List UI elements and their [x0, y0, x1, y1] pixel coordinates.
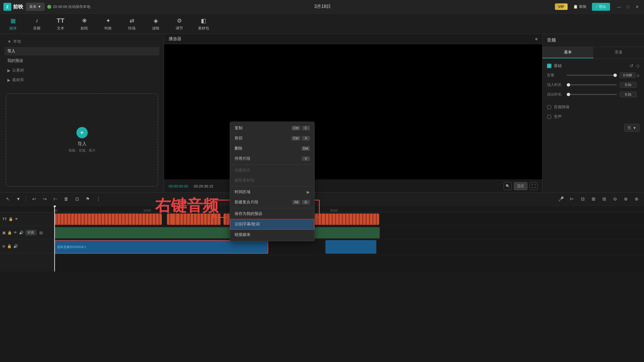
- close-button[interactable]: ✕: [634, 3, 641, 10]
- toolbar-item-text[interactable]: TT 文本: [52, 15, 69, 33]
- cm-save-preset-label: 保存为我的预设: [235, 211, 262, 216]
- reset-icon[interactable]: ↺: [630, 63, 633, 68]
- zoom-in-button[interactable]: ⊕: [621, 195, 630, 203]
- audio-speaker-icon[interactable]: 🔊: [13, 244, 18, 248]
- maximize-button[interactable]: □: [625, 3, 632, 10]
- fullscreen-button[interactable]: ⛶: [530, 182, 538, 190]
- vip-button[interactable]: VIP: [555, 3, 568, 10]
- noise-label: 音频降噪: [554, 105, 570, 110]
- nav-my-preset[interactable]: 我的预设: [5, 57, 159, 65]
- fadeout-slider[interactable]: [567, 94, 617, 95]
- subtitle-eye-icon[interactable]: 👁: [15, 217, 18, 221]
- cm-time-region[interactable]: 时间区域 ▶: [230, 187, 314, 197]
- nav-cloud-label: 云素材: [12, 68, 24, 73]
- audio-clip-main[interactable]: 提取音频20230318-1: [54, 240, 268, 254]
- zoom-fit-button[interactable]: 🔍: [504, 182, 512, 190]
- cm-cut[interactable]: 剪切 Ctrl X: [230, 133, 314, 143]
- cm-unlink-label: 解除素材包: [235, 178, 254, 183]
- split-button[interactable]: ⊢: [51, 195, 60, 203]
- tool3-button[interactable]: ⊠: [589, 195, 598, 203]
- cover-audio-icon[interactable]: 🔊: [19, 230, 23, 235]
- more-button[interactable]: ⋮: [94, 195, 103, 203]
- subtitle-clip-5[interactable]: [323, 214, 379, 225]
- audio-track: 提取音频20230318-1: [54, 240, 644, 255]
- tab-speed[interactable]: 变速: [593, 47, 644, 58]
- time-current: 00:00:00:00: [169, 184, 188, 188]
- redo-button[interactable]: ↪: [40, 195, 49, 203]
- fullscreen-icon: ⛶: [532, 184, 536, 188]
- basic-checkbox[interactable]: ✓: [547, 64, 551, 68]
- subtitle-clip-1[interactable]: [54, 214, 162, 225]
- review-button[interactable]: 📋 审阅: [570, 3, 589, 10]
- cm-compound-alt: Alt: [292, 200, 300, 204]
- cm-freeze[interactable]: 停用片段 V: [230, 154, 314, 164]
- undo-button[interactable]: ↩: [30, 195, 38, 203]
- player-menu-icon[interactable]: ≡: [535, 36, 538, 41]
- cover-eye-icon[interactable]: 👁: [14, 230, 17, 235]
- toolbar-item-transition[interactable]: ⇄ 转场: [123, 15, 140, 33]
- clip-button[interactable]: ⊡: [73, 195, 81, 203]
- basic-section-title: ✓ 基础: [547, 63, 562, 68]
- cm-delete[interactable]: 删除 Del: [230, 143, 314, 154]
- mic-button[interactable]: 🎤: [557, 195, 565, 203]
- cm-compound-label: 新建复合片段: [235, 200, 258, 205]
- toolbar-item-filter[interactable]: ◈ 滤镜: [147, 15, 164, 33]
- player-video[interactable]: [164, 44, 542, 180]
- cm-time-arrow: ▶: [307, 190, 310, 194]
- subtitle-clip-3[interactable]: [173, 214, 178, 225]
- toolbar-item-media[interactable]: ▦ 媒体: [5, 15, 22, 33]
- cm-divider-1: [230, 164, 314, 165]
- flag-button[interactable]: ⚑: [83, 195, 92, 203]
- delete-button[interactable]: 🗑: [62, 195, 70, 203]
- voice-change-toggle[interactable]: [547, 115, 551, 119]
- nav-local[interactable]: ▼ 本地: [5, 37, 159, 46]
- toolbar-item-sticker[interactable]: ❋ 贴纸: [76, 15, 93, 33]
- subtitle-lock-icon[interactable]: 🔒: [8, 217, 13, 221]
- cm-cut-ctrl: Ctrl: [291, 136, 300, 141]
- playhead[interactable]: [54, 206, 55, 272]
- volume-label: 音量: [547, 73, 564, 78]
- toolbar-item-pack[interactable]: ◧ 素材包: [195, 15, 212, 33]
- tool2-button[interactable]: ⊟: [578, 195, 587, 203]
- volume-slider[interactable]: [567, 75, 617, 76]
- library-arrow-icon: ▶: [7, 78, 10, 82]
- audio-lock-icon[interactable]: 🔒: [7, 244, 12, 248]
- nav-cloud[interactable]: ▶ 云素材: [5, 66, 159, 75]
- toolbar-item-audio[interactable]: ♪ 音频: [28, 15, 45, 33]
- cm-save-preset[interactable]: 保存为我的预设: [230, 209, 314, 219]
- select-arrow-button[interactable]: ▼: [14, 195, 23, 203]
- cm-new-compound[interactable]: 新建复合片段 Alt G: [230, 197, 314, 207]
- nav-library[interactable]: ▶ 素材库: [5, 76, 159, 84]
- toolbar-item-adjust[interactable]: ⚙ 调节: [171, 15, 188, 33]
- diamond-icon[interactable]: ◇: [636, 63, 639, 68]
- voice-select[interactable]: 无 ▼: [624, 124, 639, 132]
- player-title: 播放器: [169, 36, 181, 42]
- tab-basic[interactable]: 基本: [542, 47, 593, 58]
- tool4-button[interactable]: ⊞: [600, 195, 608, 203]
- noise-toggle[interactable]: [547, 105, 551, 109]
- toolbar-item-effect[interactable]: ✦ 特效: [100, 15, 117, 33]
- tool1-button[interactable]: ⊨: [568, 195, 576, 203]
- export-button[interactable]: ↑ 导出: [592, 3, 610, 11]
- right-panel-header: 音频: [542, 34, 644, 47]
- cm-link-media[interactable]: 链接媒体: [230, 230, 314, 240]
- cover-clip[interactable]: [54, 227, 380, 238]
- fadein-slider[interactable]: [567, 84, 617, 85]
- volume-spinbox[interactable]: 0.0dB: [620, 72, 636, 78]
- audio-clip-2[interactable]: [325, 240, 376, 254]
- select-tool-button[interactable]: ↖: [3, 195, 12, 203]
- menu-button[interactable]: 菜单 ▼: [26, 3, 44, 11]
- nav-import[interactable]: 导入: [5, 47, 159, 55]
- cover-lock-icon[interactable]: 🔒: [7, 230, 12, 235]
- minimize-button[interactable]: —: [616, 3, 622, 10]
- fadeout-spinbox[interactable]: 0.0s: [620, 92, 637, 97]
- cm-recognize[interactable]: 识别字幕/歌词: [230, 219, 314, 230]
- cm-copy[interactable]: 复制 Ctrl C: [230, 123, 314, 133]
- fit-button[interactable]: 适应: [514, 182, 527, 190]
- fit-timeline-button[interactable]: ⊕: [632, 195, 641, 203]
- import-area[interactable]: + 导入 视频、音频、图片: [6, 93, 158, 187]
- waveform: 提取音频20230318-1: [57, 241, 87, 253]
- volume-diamond-icon[interactable]: ◇: [637, 73, 639, 77]
- fadein-spinbox[interactable]: 0.0s: [620, 82, 637, 88]
- zoom-out-button[interactable]: ⊖: [611, 195, 619, 203]
